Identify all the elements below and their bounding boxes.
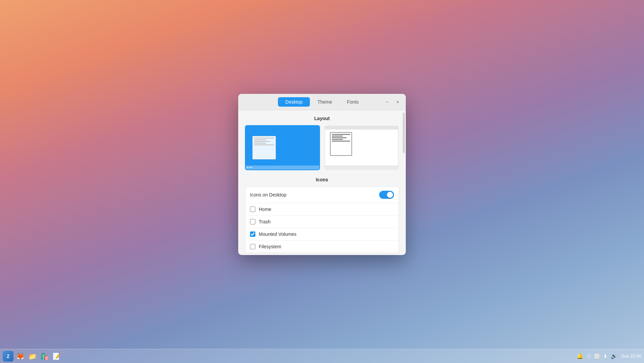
dialog-titlebar: Desktop Theme Fonts − × xyxy=(238,94,406,110)
files-icon: 📁 xyxy=(28,352,37,360)
editor-icon: 📝 xyxy=(52,352,61,360)
window-controls: − × xyxy=(383,98,402,106)
close-button[interactable]: × xyxy=(394,98,402,106)
bluetooth-icon[interactable]: ⬡ xyxy=(587,354,591,359)
layout-preview-blue xyxy=(246,126,319,170)
taskbar-app-files[interactable]: 📁 xyxy=(27,351,38,362)
minimize-button[interactable]: − xyxy=(383,98,391,106)
preview-window-lines-2 xyxy=(330,133,352,143)
tab-fonts[interactable]: Fonts xyxy=(339,97,366,107)
tab-theme[interactable]: Theme xyxy=(310,97,339,107)
store-icon: 🛍️ xyxy=(40,352,49,360)
mounted-volumes-checkbox-label[interactable]: Mounted Volumes xyxy=(259,231,296,237)
home-checkbox[interactable] xyxy=(250,207,255,212)
taskbar-system-icons: 🔔 ⬡ ⬜ ⬇ 🔊 xyxy=(577,353,617,359)
mounted-volumes-checkbox-row: Mounted Volumes xyxy=(245,228,399,241)
mounted-volumes-checkbox[interactable] xyxy=(250,231,255,237)
layout-section-title: Layout xyxy=(245,116,399,121)
dialog-content: Layout xyxy=(238,110,406,255)
preview-line xyxy=(332,134,350,135)
dialog-overlay: Desktop Theme Fonts − × Layout xyxy=(0,0,644,349)
preview-line xyxy=(254,139,266,140)
taskbar-dot xyxy=(249,167,250,168)
taskbar-right: 🔔 ⬡ ⬜ ⬇ 🔊 Sun 22:06 xyxy=(577,353,641,359)
zorin-icon: Z xyxy=(7,354,10,359)
home-checkbox-row: Home xyxy=(245,203,399,216)
filesystem-checkbox-row: Filesystem xyxy=(245,241,399,253)
preview-taskbar-bottom xyxy=(246,166,319,170)
preview-line xyxy=(332,136,343,137)
toggle-slider xyxy=(379,191,394,199)
icons-on-desktop-toggle[interactable] xyxy=(379,191,394,199)
taskbar-dot xyxy=(251,167,252,168)
filesystem-checkbox[interactable] xyxy=(250,244,255,249)
taskbar-clock: Sun 22:06 xyxy=(621,354,641,359)
filesystem-checkbox-label[interactable]: Filesystem xyxy=(259,244,281,249)
preview-line xyxy=(254,143,266,144)
taskbar-left: Z 🦊 📁 🛍️ 📝 xyxy=(3,351,62,362)
notification-icon[interactable]: 🔔 xyxy=(577,353,583,359)
preview-line xyxy=(332,141,350,142)
layout-preview-white xyxy=(325,126,398,170)
icons-on-desktop-row: Icons on Desktop xyxy=(245,187,399,203)
preview-window-2 xyxy=(330,132,352,156)
taskbar-app-zorin[interactable]: Z xyxy=(3,351,13,362)
scrollbar-thumb xyxy=(403,113,405,153)
dialog-tabs: Desktop Theme Fonts xyxy=(278,97,366,107)
preview-line xyxy=(332,137,347,138)
home-checkbox-label[interactable]: Home xyxy=(259,207,271,212)
preview-bottom-bar xyxy=(325,166,398,169)
taskbar-app-store[interactable]: 🛍️ xyxy=(39,351,50,362)
preview-line xyxy=(332,139,343,140)
layout-card-top[interactable] xyxy=(324,125,399,170)
trash-checkbox-row: Trash xyxy=(245,216,399,228)
preview-line xyxy=(254,138,274,139)
volume-icon[interactable]: 🔊 xyxy=(611,353,617,359)
layout-card-bottom[interactable] xyxy=(245,125,320,170)
tab-desktop[interactable]: Desktop xyxy=(278,97,310,107)
icons-section-title: Icons xyxy=(245,177,399,182)
preview-line xyxy=(254,144,274,145)
preview-line xyxy=(254,141,270,142)
firefox-icon: 🦊 xyxy=(16,352,25,360)
taskbar: Z 🦊 📁 🛍️ 📝 🔔 ⬡ ⬜ ⬇ 🔊 Sun 22:06 xyxy=(0,349,644,363)
scrollbar-track[interactable] xyxy=(402,111,405,255)
taskbar-app-editor[interactable]: 📝 xyxy=(51,351,62,362)
trash-checkbox[interactable] xyxy=(250,219,255,224)
preview-taskbar-top xyxy=(325,126,398,130)
trash-checkbox-label[interactable]: Trash xyxy=(259,219,271,224)
preview-window-lines-1 xyxy=(253,136,276,147)
taskbar-dot xyxy=(247,167,248,168)
icons-section: Icons on Desktop Home Trash xyxy=(245,186,399,253)
layout-cards xyxy=(245,125,399,170)
taskbar-app-firefox[interactable]: 🦊 xyxy=(15,351,26,362)
icons-on-desktop-label: Icons on Desktop xyxy=(250,192,286,197)
settings-dialog: Desktop Theme Fonts − × Layout xyxy=(238,94,406,255)
screencast-icon[interactable]: ⬜ xyxy=(594,354,600,359)
download-icon[interactable]: ⬇ xyxy=(603,354,607,359)
preview-window-1 xyxy=(252,136,276,159)
